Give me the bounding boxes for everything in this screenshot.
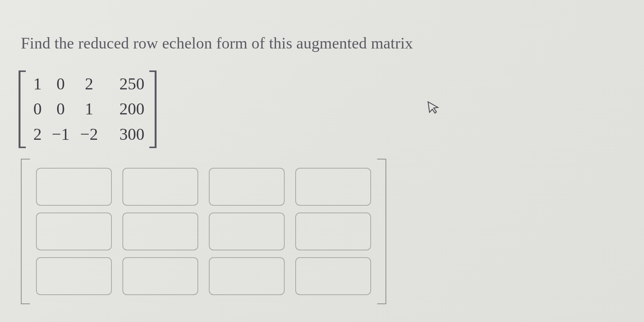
- given-cell: 1: [74, 100, 104, 118]
- answer-cell-2-3[interactable]: [295, 257, 371, 295]
- given-cell: 1: [28, 75, 47, 93]
- given-matrix-grid: 1 0 2 250 0 0 1 200 2 −1 −2 300: [24, 73, 150, 146]
- given-cell: 200: [104, 100, 146, 118]
- answer-bracket-right: [377, 159, 386, 304]
- given-cell: 250: [104, 75, 146, 93]
- matrix-bracket-left: [19, 70, 26, 148]
- answer-matrix: [21, 159, 386, 304]
- answer-cell-1-0[interactable]: [36, 213, 112, 250]
- answer-cell-2-1[interactable]: [122, 257, 198, 295]
- given-cell: −1: [47, 125, 74, 144]
- answer-cell-2-2[interactable]: [209, 257, 285, 295]
- answer-cell-0-2[interactable]: [209, 168, 285, 206]
- given-cell: 0: [47, 100, 74, 118]
- question-page: Find the reduced row echelon form of thi…: [0, 0, 644, 319]
- answer-cell-1-2[interactable]: [209, 213, 285, 250]
- question-prompt: Find the reduced row echelon form of thi…: [21, 34, 629, 52]
- matrix-bracket-right: [149, 70, 157, 148]
- given-cell: −2: [74, 125, 104, 144]
- given-cell: 0: [47, 75, 74, 93]
- answer-matrix-grid: [34, 166, 373, 297]
- answer-cell-1-1[interactable]: [122, 213, 198, 250]
- cursor-icon: [426, 99, 442, 120]
- answer-cell-0-3[interactable]: [295, 168, 371, 206]
- given-cell: 300: [104, 125, 146, 144]
- given-matrix: 1 0 2 250 0 0 1 200 2 −1 −2 300: [19, 70, 157, 148]
- given-cell: 0: [28, 100, 47, 118]
- answer-bracket-left: [21, 159, 30, 304]
- given-cell: 2: [74, 75, 104, 93]
- given-cell: 2: [28, 125, 47, 144]
- answer-cell-1-3[interactable]: [295, 213, 371, 250]
- answer-cell-2-0[interactable]: [36, 257, 112, 295]
- answer-cell-0-1[interactable]: [122, 168, 198, 206]
- answer-cell-0-0[interactable]: [36, 168, 112, 206]
